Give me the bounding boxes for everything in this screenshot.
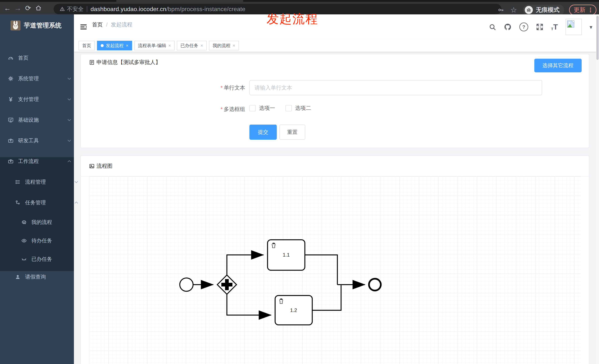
avatar[interactable] [565, 19, 582, 35]
grid-background [89, 177, 581, 364]
bpmn-diagram: 1.1 1.2 [89, 177, 581, 364]
tag-form-edit[interactable]: 流程表单-编辑× [134, 41, 175, 51]
process-list-icon [14, 179, 21, 185]
close-icon[interactable]: × [168, 43, 171, 48]
required-mark: * [220, 85, 223, 91]
diagram-card-header: 流程图 [81, 156, 589, 177]
breadcrumb-home[interactable]: 首页 [92, 21, 103, 28]
incognito-badge: 无痕模式 [523, 5, 564, 15]
chevron-down-icon [67, 118, 72, 122]
monitor-icon [7, 117, 14, 123]
checkbox-option-1[interactable]: 选项一 [249, 104, 275, 112]
security-chip[interactable]: 不安全 [60, 5, 84, 13]
github-icon[interactable] [504, 23, 512, 31]
bpmn-user-task-1-2[interactable]: 1.2 [275, 296, 312, 325]
tag-label: 已办任务 [181, 43, 198, 49]
checkbox-field-label: *多选框组 [197, 106, 245, 113]
fullscreen-icon[interactable] [536, 23, 543, 31]
breadcrumb-current: 发起流程 [111, 21, 132, 28]
submit-button[interactable]: 提交 [249, 125, 277, 140]
sidebar-item-task-mgmt[interactable]: 任务管理 [0, 192, 88, 213]
bpmn-start-event[interactable] [180, 278, 193, 291]
sidebar-item-home[interactable]: 首页 [0, 48, 81, 68]
sidebar-collapse-button[interactable] [79, 23, 88, 31]
checkbox-icon[interactable] [249, 105, 256, 111]
tag-home[interactable]: 首页 [79, 41, 95, 51]
close-icon[interactable]: × [201, 43, 203, 48]
help-icon[interactable]: ? [519, 23, 528, 31]
avatar-caret-icon[interactable]: ▾ [590, 24, 592, 30]
page-scrollbar[interactable] [596, 14, 599, 364]
workflow-icon [7, 158, 14, 164]
warning-triangle-icon [60, 6, 65, 12]
browser-reload-button[interactable]: ⟳ [23, 3, 33, 13]
text-field-label: *单行文本 [197, 84, 245, 92]
sidebar-item-label: 工作流程 [18, 158, 39, 165]
checkbox-option-2[interactable]: 选项二 [285, 104, 311, 112]
breadcrumb-separator: / [106, 22, 107, 28]
sidebar-item-workflow[interactable]: 工作流程 [0, 151, 81, 172]
sidebar-logo-row[interactable]: 芋道管理系统 [0, 16, 74, 35]
sidebar-item-infrastructure[interactable]: 基础设施 [0, 110, 81, 130]
active-dot [101, 44, 104, 47]
chevron-up-icon [74, 200, 79, 205]
update-label: 更新 [574, 6, 586, 14]
url-host: dashboard.yudao.iocoder.cn [90, 6, 166, 12]
tag-my-process[interactable]: 我的流程× [209, 41, 239, 51]
scrollbar-thumb[interactable] [596, 16, 599, 60]
search-icon[interactable] [489, 23, 496, 31]
browser-active-tab-edge [116, 0, 243, 2]
chevron-down-icon [67, 138, 72, 143]
browser-update-button[interactable]: 更新 [569, 5, 596, 15]
dashboard-icon [7, 55, 14, 61]
task-label: 1.2 [290, 307, 297, 313]
checkbox-label: 选项一 [259, 104, 275, 112]
incognito-icon [525, 6, 533, 14]
chevron-down-icon [74, 180, 79, 184]
diagram-card-title-text: 流程图 [97, 162, 113, 170]
tag-create-process[interactable]: 发起流程× [97, 41, 132, 51]
checkbox-label: 选项二 [295, 104, 311, 112]
robot-icon [21, 219, 27, 225]
choose-other-process-button[interactable]: 选择其它流程 [534, 59, 582, 72]
sidebar-item-payment[interactable]: ¥ 支付管理 [0, 89, 81, 110]
close-icon[interactable]: × [126, 43, 128, 48]
sidebar-item-system[interactable]: 系统管理 [0, 68, 81, 89]
key-icon[interactable] [498, 7, 504, 13]
checkbox-icon[interactable] [285, 105, 292, 111]
bpmn-canvas[interactable]: 1.1 1.2 [89, 177, 581, 364]
close-icon[interactable]: × [233, 43, 235, 48]
single-line-text-input[interactable] [254, 85, 537, 91]
eye-closed-icon [21, 256, 27, 262]
font-size-icon[interactable]: тT [551, 23, 558, 31]
user-icon [14, 274, 21, 280]
browser-back-button[interactable]: ← [2, 3, 13, 13]
eye-icon [21, 238, 27, 244]
sidebar-item-process-mgmt[interactable]: 流程管理 [0, 172, 88, 192]
navbar-actions: ? тT ▾ [489, 14, 592, 40]
bookmark-star-icon[interactable]: ☆ [510, 6, 517, 14]
sidebar-item-label: 我的流程 [31, 219, 52, 226]
tag-label: 我的流程 [213, 43, 230, 49]
kebab-menu-icon[interactable] [588, 7, 593, 13]
bpmn-end-event[interactable] [369, 279, 381, 290]
sidebar-item-label: 任务管理 [25, 199, 46, 206]
tag-label: 流程表单-编辑 [138, 43, 166, 49]
page-annotation-title: 发起流程 [267, 11, 318, 27]
sidebar-item-label: 系统管理 [18, 75, 39, 82]
sidebar: 芋道管理系统 首页 系统管理 ¥ 支付管理 基础设施 研发工具 工作流程 流程管… [0, 14, 74, 364]
required-mark: * [220, 106, 223, 112]
browser-forward-button[interactable]: → [13, 3, 23, 13]
browser-tab-strip [0, 0, 599, 2]
sidebar-item-devtools[interactable]: 研发工具 [0, 130, 81, 151]
tag-done-tasks[interactable]: 已办任务× [177, 41, 207, 51]
sidebar-item-label: 基础设施 [18, 117, 39, 124]
toolbox-icon [7, 138, 14, 144]
browser-home-button[interactable] [33, 3, 44, 13]
bpmn-user-task-1-1[interactable]: 1.1 [268, 240, 305, 270]
app-title: 芋道管理系统 [24, 21, 62, 30]
sidebar-item-label: 待办任务 [31, 237, 52, 244]
sidebar-item-leave-query[interactable]: 请假查询 [0, 268, 88, 285]
apply-card-title: 申请信息【测试多审批人】 [89, 59, 161, 66]
reset-button[interactable]: 重置 [279, 125, 305, 140]
